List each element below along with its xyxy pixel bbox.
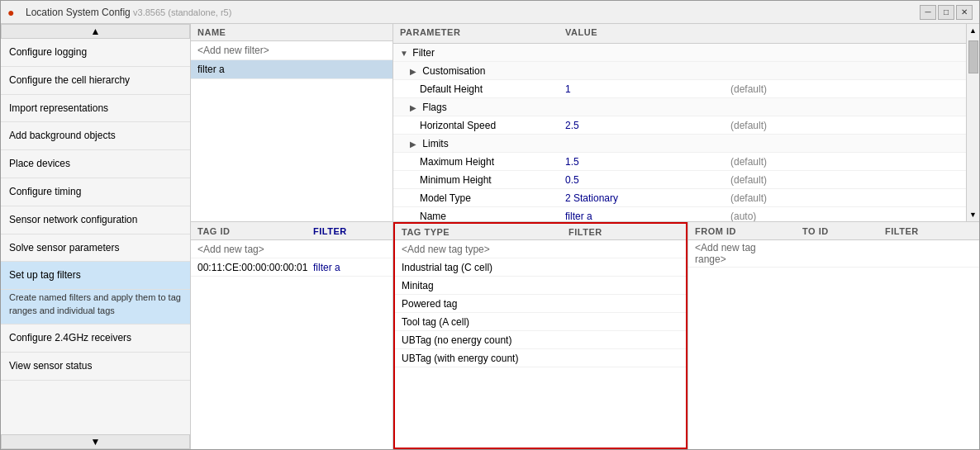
param-row-flags[interactable]: ▶ Flags: [393, 98, 979, 116]
minitag-type-value: Minitag: [395, 278, 562, 293]
powered-tag-row[interactable]: Powered tag: [395, 295, 686, 313]
param-extra-model-type: (default): [724, 191, 979, 206]
tag-filter-col-header: FILTER: [307, 226, 392, 236]
sidebar-scroll-up[interactable]: ▲: [1, 24, 190, 39]
param-row-maximum-height[interactable]: Maximum Height 1.5 (default): [393, 153, 979, 171]
expand-limits-arrow[interactable]: ▶: [410, 140, 420, 149]
tag-id-value: 00:11:CE:00:00:00:00:01: [191, 260, 307, 275]
tool-tag-filter-value: [562, 320, 686, 324]
app-icon: ●: [7, 6, 21, 19]
sidebar-item-configure-2-4ghz[interactable]: Configure 2.4GHz receivers: [1, 324, 190, 353]
param-row-horizontal-speed[interactable]: Horizontal Speed 2.5 (default): [393, 116, 979, 135]
param-extra-filter: [724, 51, 979, 54]
param-name-flags: ▶ Flags: [393, 100, 559, 115]
sidebar-item-place-devices[interactable]: Place devices: [1, 150, 190, 178]
sidebar-item-configure-logging[interactable]: Configure logging: [1, 39, 190, 67]
main-window: ● Location System Config v3.8565 (standa…: [0, 0, 980, 450]
param-name-minimum-height: Minimum Height: [393, 173, 559, 187]
sidebar: ▲ Configure logging Configure the cell h…: [1, 24, 191, 449]
window-title: Location System Config v3.8565 (standalo…: [26, 7, 920, 18]
tag-range-table-header: FROM ID TO ID FILTER: [688, 222, 979, 240]
tool-tag-row[interactable]: Tool tag (A cell): [395, 313, 686, 331]
top-panel: NAME <Add new filter> filter a PARAMETER…: [191, 24, 979, 222]
param-extra-minimum-height: (default): [724, 173, 979, 187]
add-new-filter-item[interactable]: <Add new filter>: [191, 41, 392, 60]
titlebar-buttons: ─ □ ✕: [920, 5, 973, 20]
to-id-col-header: TO ID: [796, 226, 878, 236]
tag-id-table-header: TAG ID FILTER: [191, 222, 392, 240]
param-value-minimum-height: 0.5: [559, 173, 724, 187]
minitag-row[interactable]: Minitag: [395, 277, 686, 295]
ubtag-with-energy-row[interactable]: UBTag (with energy count): [395, 349, 686, 367]
expand-flags-arrow[interactable]: ▶: [410, 103, 420, 112]
tag-filter-value: filter a: [307, 260, 392, 275]
sidebar-item-configure-cell-hierarchy[interactable]: Configure the cell hierarchy: [1, 67, 190, 95]
add-new-tag-type-filter: [562, 248, 686, 251]
param-scroll-track[interactable]: [967, 37, 979, 208]
param-row-limits[interactable]: ▶ Limits: [393, 135, 979, 153]
param-value-default-height: 1: [559, 82, 724, 97]
param-scroll-up[interactable]: ▲: [967, 24, 979, 37]
sidebar-item-set-up-tag-filters[interactable]: Set up tag filters: [1, 262, 190, 290]
tag-range-table-body: <Add new tag range>: [688, 240, 979, 449]
value-col-header: VALUE: [559, 27, 724, 40]
param-scroll-thumb[interactable]: [968, 40, 978, 73]
param-row-customisation[interactable]: ▶ Customisation: [393, 62, 979, 80]
sidebar-item-view-sensor-status[interactable]: View sensor status: [1, 353, 190, 381]
param-row-default-height[interactable]: Default Height 1 (default): [393, 80, 979, 98]
sidebar-item-configure-timing[interactable]: Configure timing: [1, 178, 190, 206]
param-name-name: Name: [393, 209, 559, 222]
sidebar-item-import-representations[interactable]: Import representations: [1, 95, 190, 123]
sidebar-item-add-background-objects[interactable]: Add background objects: [1, 122, 190, 150]
param-name-default-height: Default Height: [393, 82, 559, 97]
extra-col-header: [724, 27, 979, 40]
add-new-tag-type-row[interactable]: <Add new tag type>: [395, 240, 686, 258]
tag-row-1[interactable]: 00:11:CE:00:00:00:00:01 filter a: [191, 258, 392, 277]
param-name-model-type: Model Type: [393, 191, 559, 206]
param-row-minimum-height[interactable]: Minimum Height 0.5 (default): [393, 171, 979, 189]
param-name-customisation: ▶ Customisation: [393, 64, 559, 78]
param-scroll-down[interactable]: ▼: [967, 208, 979, 221]
name-panel: NAME <Add new filter> filter a: [191, 24, 393, 221]
param-row-filter-section[interactable]: ▼ Filter: [393, 44, 979, 62]
param-row-model-type[interactable]: Model Type 2 Stationary (default): [393, 189, 979, 207]
ubtag-no-energy-type-value: UBTag (no energy count): [395, 333, 562, 348]
powered-tag-type-value: Powered tag: [395, 296, 562, 311]
ubtag-no-energy-row[interactable]: UBTag (no energy count): [395, 331, 686, 349]
param-header-row: PARAMETER VALUE: [393, 24, 979, 44]
param-name-maximum-height: Maximum Height: [393, 154, 559, 169]
expand-customisation-arrow[interactable]: ▶: [410, 67, 420, 76]
filter-a-item[interactable]: filter a: [191, 60, 392, 79]
add-new-tag-range-row[interactable]: <Add new tag range>: [688, 240, 979, 268]
param-value-horizontal-speed: 2.5: [559, 118, 724, 133]
range-filter-col-header: FILTER: [878, 226, 979, 236]
minimize-button[interactable]: ─: [920, 5, 936, 20]
content-area: NAME <Add new filter> filter a PARAMETER…: [191, 24, 979, 449]
param-name-horizontal-speed: Horizontal Speed: [393, 118, 559, 133]
tag-type-panel: TAG TYPE FILTER <Add new tag type> Indus…: [393, 222, 687, 449]
param-row-name[interactable]: Name filter a (auto): [393, 207, 979, 221]
maximize-button[interactable]: □: [938, 5, 954, 20]
bottom-panel: TAG ID FILTER <Add new tag> 00:11:CE:00:…: [191, 222, 979, 449]
param-value-filter: [559, 51, 724, 54]
sidebar-item-set-up-tag-filters-description: Create named filters and apply them to t…: [1, 290, 190, 324]
industrial-tag-type-value: Industrial tag (C cell): [395, 260, 562, 275]
industrial-tag-row[interactable]: Industrial tag (C cell): [395, 258, 686, 277]
sidebar-item-sensor-network-configuration[interactable]: Sensor network configuration: [1, 206, 190, 234]
expand-filter-arrow[interactable]: ▼: [400, 49, 410, 58]
sidebar-scroll-down[interactable]: ▼: [1, 434, 190, 449]
close-button[interactable]: ✕: [956, 5, 973, 20]
param-name-filter: ▼ Filter: [393, 45, 559, 60]
add-new-tag-range-from: <Add new tag range>: [688, 240, 796, 267]
tag-type-filter-col-header: FILTER: [562, 227, 686, 237]
sidebar-item-solve-sensor-parameters[interactable]: Solve sensor parameters: [1, 234, 190, 263]
tag-id-table-body: <Add new tag> 00:11:CE:00:00:00:00:01 fi…: [191, 240, 392, 449]
main-content: ▲ Configure logging Configure the cell h…: [1, 24, 979, 449]
tag-range-panel: FROM ID TO ID FILTER <Add new tag range>: [687, 222, 979, 449]
name-column-header: NAME: [191, 24, 392, 41]
ubtag-with-energy-type-value: UBTag (with energy count): [395, 351, 562, 366]
param-name-limits: ▶ Limits: [393, 136, 559, 151]
add-new-tag-row[interactable]: <Add new tag>: [191, 240, 392, 258]
param-extra-default-height: (default): [724, 82, 979, 97]
param-scrollbar[interactable]: ▲ ▼: [966, 24, 979, 221]
